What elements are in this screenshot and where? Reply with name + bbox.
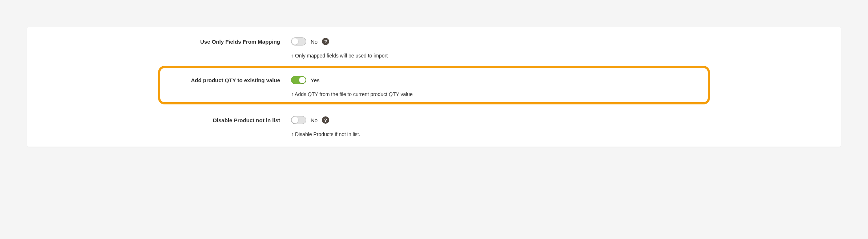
toggle-knob [292,38,298,45]
settings-panel: Use Only Fields From Mapping No ? ↑ Only… [27,27,841,147]
field-use-only-mapping: Use Only Fields From Mapping No ? ↑ Only… [27,31,841,61]
help-icon[interactable]: ? [322,38,329,45]
field-disable-not-in-list: Disable Product not in list No ? ↑ Disab… [27,109,841,139]
field-label: Add product QTY to existing value [171,76,291,84]
field-hint: ↑ Adds QTY from the file to current prod… [291,91,413,97]
field-hint: ↑ Disable Products if not in list. [291,131,360,137]
toggle-state-text: Yes [311,77,319,83]
toggle-knob [292,117,298,123]
help-icon[interactable]: ? [322,116,329,124]
toggle-state-text: No [311,39,318,45]
toggle-add-qty[interactable] [291,76,306,84]
toggle-disable-not-in-list[interactable] [291,116,306,124]
toggle-knob [299,77,306,83]
toggle-state-text: No [311,117,318,123]
control-line: Yes [291,76,413,84]
control-line: No ? [291,37,388,45]
field-control: No ? ↑ Disable Products if not in list. [291,116,360,137]
field-control: Yes ↑ Adds QTY from the file to current … [291,76,413,97]
field-label: Use Only Fields From Mapping [38,37,291,45]
toggle-use-only-mapping[interactable] [291,37,306,45]
field-control: No ? ↑ Only mapped fields will be used t… [291,37,388,59]
field-hint: ↑ Only mapped fields will be used to imp… [291,53,388,59]
field-add-qty-highlight: Add product QTY to existing value Yes ↑ … [158,66,710,104]
field-label: Disable Product not in list [38,116,291,124]
control-line: No ? [291,116,360,124]
